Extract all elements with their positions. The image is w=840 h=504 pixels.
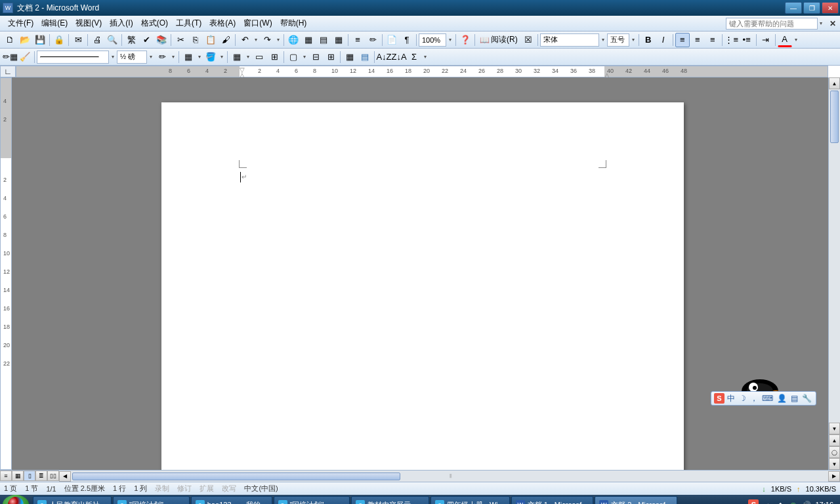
- numbered-list-icon[interactable]: ⋮≡: [724, 33, 739, 47]
- close-document-button[interactable]: ✕: [828, 19, 837, 28]
- doc-map-icon[interactable]: 📄: [385, 33, 399, 47]
- columns-icon[interactable]: ≡: [350, 33, 365, 47]
- ime-toolbar[interactable]: S 中 ☽ ， ⌨ 👤 ▤ 🔧: [711, 391, 816, 406]
- open-icon[interactable]: 📂: [18, 33, 32, 47]
- split-cells-icon[interactable]: ⊞: [267, 50, 282, 64]
- tray-chevron-icon[interactable]: ‹: [763, 500, 772, 504]
- browse-object-icon[interactable]: ◯: [829, 446, 840, 458]
- scroll-right-icon[interactable]: ▶: [828, 471, 840, 482]
- tray-icon-2[interactable]: ◉: [789, 500, 798, 504]
- show-marks-icon[interactable]: ¶: [400, 33, 414, 47]
- font-name-combo[interactable]: 宋体: [540, 33, 599, 47]
- help-search-input[interactable]: [726, 18, 818, 30]
- print-icon[interactable]: 🖨: [90, 33, 104, 47]
- align-center-icon[interactable]: ≡: [690, 33, 705, 47]
- tray-ime-icon[interactable]: S: [748, 499, 759, 504]
- ime-keyboard-icon[interactable]: ⌨: [761, 394, 774, 403]
- font-size-combo[interactable]: 五号: [607, 33, 629, 47]
- italic-icon[interactable]: I: [656, 33, 671, 47]
- hyperlink-icon[interactable]: 🌐: [286, 33, 301, 47]
- align-cell-icon[interactable]: ▢: [286, 50, 301, 64]
- undo-icon[interactable]: ↶: [238, 33, 252, 47]
- line-weight-combo[interactable]: ½ 磅: [117, 51, 147, 64]
- zoom-combo[interactable]: 100%: [419, 33, 446, 47]
- status-lang[interactable]: 中文(中国): [244, 484, 278, 494]
- traditional-icon[interactable]: 繁: [124, 33, 138, 47]
- start-button[interactable]: [3, 495, 29, 504]
- taskbar-item[interactable]: e四年级上册 - Wi…: [430, 496, 510, 504]
- taskbar-item[interactable]: e"国培计划"——…: [113, 496, 190, 504]
- autoformat-icon[interactable]: ▦: [343, 50, 357, 64]
- next-page-icon[interactable]: ▼: [829, 458, 840, 470]
- shading-color-icon[interactable]: 🪣: [203, 50, 218, 64]
- indent-icon[interactable]: ⇥: [759, 33, 773, 47]
- ime-s-icon[interactable]: S: [714, 393, 724, 404]
- border-color-icon[interactable]: ✏: [155, 50, 169, 64]
- normal-view-icon[interactable]: ≡: [0, 471, 12, 481]
- taskbar-item[interactable]: e人民教育出版社…: [33, 496, 112, 504]
- align-right-icon[interactable]: ≡: [705, 33, 720, 47]
- read-mode-button[interactable]: 📖 阅读(R): [477, 33, 520, 47]
- sort-asc-icon[interactable]: A↓Z: [377, 50, 391, 64]
- close-preview-icon[interactable]: ☒: [521, 33, 536, 47]
- help-icon[interactable]: ❓: [458, 33, 472, 47]
- autosum-icon[interactable]: Σ: [407, 50, 421, 64]
- ime-skin-icon[interactable]: 👤: [776, 394, 788, 403]
- taskbar-item[interactable]: W文档 1 - Microsof…: [511, 496, 594, 504]
- scroll-h-thumb[interactable]: [72, 472, 400, 480]
- taskbar-item[interactable]: ehao123－－我的…: [191, 496, 272, 504]
- ime-moon-icon[interactable]: ☽: [738, 394, 747, 403]
- eraser-icon[interactable]: 🧹: [18, 50, 32, 64]
- minimize-button[interactable]: —: [785, 2, 802, 14]
- document-page[interactable]: ↵: [161, 102, 684, 470]
- tray-volume-icon[interactable]: 🔊: [802, 500, 811, 504]
- new-doc-icon[interactable]: 🗋: [3, 33, 17, 47]
- paste-icon[interactable]: 📋: [203, 33, 218, 47]
- line-style-combo[interactable]: [37, 51, 109, 64]
- vertical-ruler[interactable]: 42246810121416182022: [0, 77, 12, 470]
- borders-icon[interactable]: ▦: [181, 50, 196, 64]
- horizontal-ruler[interactable]: ▽ △ △ 8642246810121416182022242628303234…: [16, 66, 828, 77]
- research-icon[interactable]: 📚: [154, 33, 169, 47]
- toolbar-options-icon[interactable]: ▾: [422, 54, 429, 60]
- scroll-up-icon[interactable]: ▲: [829, 77, 840, 89]
- print-preview-icon[interactable]: 🔍: [105, 33, 119, 47]
- distribute-cols-icon[interactable]: ⊞: [324, 50, 338, 64]
- ime-punct-icon[interactable]: ，: [749, 393, 759, 404]
- draw-table-icon[interactable]: ✏▦: [3, 50, 17, 64]
- ime-settings-icon[interactable]: 🔧: [801, 394, 813, 403]
- spellcheck-icon[interactable]: ✔: [139, 33, 154, 47]
- align-justify-icon[interactable]: ≡: [675, 33, 690, 47]
- status-ext[interactable]: 扩展: [200, 484, 214, 494]
- menu-view[interactable]: 视图(V): [72, 16, 106, 30]
- horizontal-scrollbar[interactable]: ◀ ⦀ ▶: [59, 471, 840, 482]
- print-view-icon[interactable]: ▯: [24, 471, 35, 481]
- font-color-icon[interactable]: A: [778, 33, 792, 47]
- web-view-icon[interactable]: ▦: [12, 471, 24, 481]
- status-rev[interactable]: 修订: [177, 484, 192, 494]
- insert-table-icon-2[interactable]: ▦: [230, 50, 244, 64]
- table-border-icon[interactable]: ▦: [301, 33, 316, 47]
- tray-clock[interactable]: 17:16: [815, 501, 833, 504]
- close-button[interactable]: ✕: [822, 2, 839, 14]
- taskbar-item[interactable]: W文档 2 - Microsof…: [595, 496, 677, 504]
- tray-icon-1[interactable]: ◆: [776, 500, 785, 504]
- bold-icon[interactable]: B: [641, 33, 656, 47]
- vertical-scrollbar[interactable]: ▲ ▼ ▲ ◯ ▼: [828, 77, 840, 470]
- copy-icon[interactable]: ⎘: [188, 33, 203, 47]
- maximize-button[interactable]: ❐: [803, 2, 820, 14]
- merge-cells-icon[interactable]: ▭: [252, 50, 266, 64]
- email-icon[interactable]: ✉: [71, 33, 85, 47]
- format-painter-icon[interactable]: 🖌: [219, 33, 233, 47]
- taskbar-item[interactable]: e"国培计划"——…: [274, 496, 350, 504]
- reading-view-icon[interactable]: ▯▯: [47, 471, 59, 481]
- scroll-thumb[interactable]: [830, 91, 839, 143]
- cut-icon[interactable]: ✂: [173, 33, 188, 47]
- redo-icon[interactable]: ↷: [260, 33, 274, 47]
- ime-lang-button[interactable]: 中: [726, 393, 736, 404]
- outline-view-icon[interactable]: ≣: [35, 471, 47, 481]
- text-direction-icon[interactable]: ▤: [358, 50, 372, 64]
- menu-format[interactable]: 格式(O): [137, 16, 172, 30]
- save-icon[interactable]: 💾: [33, 33, 47, 47]
- tab-selector[interactable]: ∟: [0, 66, 16, 77]
